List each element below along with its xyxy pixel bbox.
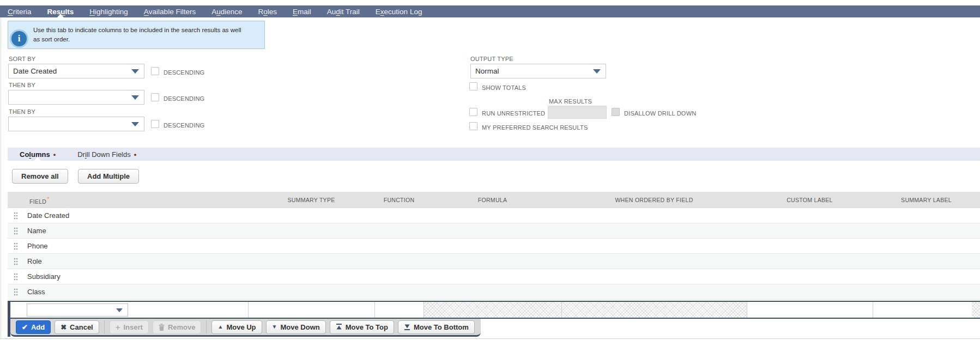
table-row[interactable]: Phone <box>8 239 980 254</box>
my-preferred-checkbox[interactable] <box>469 122 477 130</box>
descending-label-3: DESCENDING <box>164 122 204 129</box>
show-totals-checkbox[interactable] <box>469 82 477 90</box>
sort-by-label: SORT BY <box>9 56 35 62</box>
tab-execution-log[interactable]: Execution Log <box>376 5 422 17</box>
tab-roles[interactable]: Roles <box>258 5 277 17</box>
column-header-formula: FORMULA <box>424 197 561 203</box>
disallow-drill-down-label: DISALLOW DRILL DOWN <box>624 110 696 117</box>
edit-row <box>10 301 980 319</box>
tab-bar: Criteria Results Highlighting Available … <box>0 5 980 17</box>
arrow-up-icon: ▲ <box>217 324 223 330</box>
subtab-bullet: • <box>53 150 56 159</box>
subtab-bullet: • <box>134 150 137 159</box>
column-header-custom-label: CUSTOM LABEL <box>747 197 873 203</box>
move-down-button[interactable]: ▼ Move Down <box>266 320 326 334</box>
check-icon: ✔ <box>22 323 28 331</box>
edit-toolbar: ✔ Add ✖ Cancel + Insert Remove ▲ Move Up <box>10 319 481 337</box>
tab-audience[interactable]: Audience <box>211 5 242 17</box>
chevron-down-icon <box>593 69 601 74</box>
remove-all-button[interactable]: Remove all <box>12 169 68 184</box>
trash-icon <box>159 324 165 331</box>
then-by-select-1[interactable] <box>8 90 144 105</box>
required-asterisk: * <box>47 196 50 202</box>
drag-handle-icon[interactable] <box>8 288 27 296</box>
then-by-label-2: THEN BY <box>9 108 35 115</box>
sort-by-value: Date Created <box>9 67 131 75</box>
edit-area: ✔ Add ✖ Cancel + Insert Remove ▲ Move Up <box>8 301 980 337</box>
add-button[interactable]: ✔ Add <box>16 320 51 334</box>
output-type-label: OUTPUT TYPE <box>470 56 513 62</box>
info-icon: i <box>11 31 27 46</box>
tab-email[interactable]: Email <box>293 5 311 17</box>
tab-highlighting[interactable]: Highlighting <box>89 5 128 17</box>
results-tab-page: Criteria Results Highlighting Available … <box>0 0 980 340</box>
output-type-select[interactable]: Normal <box>470 64 606 78</box>
move-to-bottom-button[interactable]: Move To Bottom <box>398 320 475 334</box>
move-to-bottom-icon <box>404 324 410 330</box>
chevron-down-icon <box>131 69 139 74</box>
row-field-value: Subsidiary <box>27 272 61 281</box>
readonly-hatch-cell <box>972 302 980 318</box>
tab-audit-trail[interactable]: Audit Trail <box>327 5 360 17</box>
tab-results[interactable]: Results <box>47 5 74 17</box>
column-header-when-ordered-by-field: WHEN ORDERED BY FIELD <box>561 197 747 203</box>
row-field-value: Role <box>27 257 42 265</box>
readonly-hatch-cell <box>424 302 747 318</box>
descending-checkbox-2[interactable] <box>151 93 159 101</box>
table-row[interactable]: Name <box>8 223 980 239</box>
table-row[interactable]: Subsidiary <box>8 269 980 284</box>
toolbar-divider <box>206 320 207 334</box>
table-header: FIELD* SUMMARY TYPE FUNCTION FORMULA WHE… <box>8 192 980 208</box>
descending-checkbox-3[interactable] <box>151 120 159 128</box>
tab-available-filters[interactable]: Available Filters <box>144 5 196 17</box>
drag-handle-icon[interactable] <box>8 258 27 265</box>
sublist-tab-bar: Columns • Drill Down Fields • <box>8 148 980 161</box>
descending-checkbox-1[interactable] <box>151 67 159 75</box>
show-totals-label: SHOW TOTALS <box>482 84 526 91</box>
table-row[interactable]: Class <box>8 284 980 300</box>
info-banner-text: Use this tab to indicate columns to be i… <box>33 26 246 44</box>
tab-criteria[interactable]: Criteria <box>8 5 32 17</box>
descending-label-1: DESCENDING <box>164 69 204 76</box>
row-field-value: Phone <box>27 242 48 250</box>
subtab-columns[interactable]: Columns • <box>20 148 56 161</box>
move-up-button[interactable]: ▲ Move Up <box>211 320 262 334</box>
active-subtab-pointer <box>34 157 41 161</box>
sort-by-select[interactable]: Date Created <box>8 64 144 78</box>
content-left-border <box>1 17 1 339</box>
active-tab-pointer <box>57 14 64 17</box>
then-by-select-2[interactable] <box>8 117 144 131</box>
max-results-label: MAX RESULTS <box>549 98 592 105</box>
run-unrestricted-label: RUN UNRESTRICTED <box>482 110 545 117</box>
drag-handle-icon[interactable] <box>8 273 27 281</box>
content-bottom-border <box>0 338 980 339</box>
toolbar-divider <box>104 320 105 334</box>
drag-handle-icon[interactable] <box>8 242 27 250</box>
run-unrestricted-checkbox[interactable] <box>469 108 477 116</box>
descending-label-2: DESCENDING <box>164 95 204 102</box>
x-icon: ✖ <box>61 323 66 331</box>
subtab-drill-down-fields[interactable]: Drill Down Fields • <box>77 148 136 161</box>
column-header-summary-type: SUMMARY TYPE <box>248 197 374 203</box>
edit-field-select[interactable] <box>27 303 128 317</box>
output-type-value: Normal <box>471 67 593 75</box>
remove-button: Remove <box>153 320 202 334</box>
drag-handle-icon[interactable] <box>8 227 27 235</box>
add-multiple-button[interactable]: Add Multiple <box>78 169 139 184</box>
move-to-top-icon <box>336 324 342 330</box>
disallow-drill-down-checkbox <box>612 108 620 116</box>
row-field-value: Date Created <box>27 211 69 220</box>
column-header-summary-label: SUMMARY LABEL <box>873 197 980 203</box>
drag-handle-icon[interactable] <box>8 212 27 220</box>
table-row[interactable]: Role <box>8 254 980 269</box>
chevron-down-icon <box>131 122 139 126</box>
table-row[interactable]: Date Created <box>8 208 980 223</box>
row-field-value: Class <box>27 288 45 296</box>
column-header-function: FUNCTION <box>374 197 424 203</box>
column-header-field: FIELD* <box>8 196 248 205</box>
cancel-button[interactable]: ✖ Cancel <box>55 320 99 334</box>
plus-icon: + <box>116 323 120 332</box>
then-by-label-1: THEN BY <box>9 82 35 88</box>
max-results-input <box>548 106 607 119</box>
move-to-top-button[interactable]: Move To Top <box>330 320 394 334</box>
